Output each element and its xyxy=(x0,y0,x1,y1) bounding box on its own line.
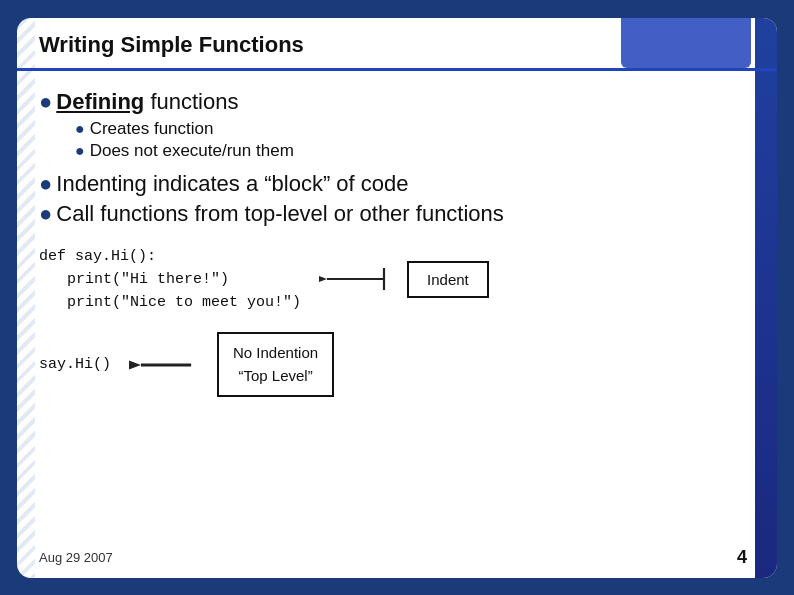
sub-dot-2: ● xyxy=(75,142,85,160)
sub-bullet-does-text: Does not execute/run them xyxy=(90,141,294,161)
slide-header: Writing Simple Functions xyxy=(17,18,777,71)
bullet-dot-2: ● xyxy=(39,171,52,197)
code-block-row: def say.Hi(): print("Hi there!") print("… xyxy=(39,245,747,315)
slide: Writing Simple Functions ● Defining func… xyxy=(17,18,777,578)
bullet-defining-text: Defining functions xyxy=(56,89,238,115)
arrow-indent xyxy=(319,260,389,298)
arrow-noindent xyxy=(129,346,199,384)
indent-label-text: Indent xyxy=(427,271,469,288)
no-indent-box: No Indention “Top Level” xyxy=(217,332,334,397)
defining-underline: Defining xyxy=(56,89,144,114)
say-hi-row: say.Hi() No Indention “To xyxy=(39,332,747,397)
arrow-noindent-svg xyxy=(129,346,199,384)
bullet-dot-1: ● xyxy=(39,89,52,115)
no-indent-line2: “Top Level” xyxy=(233,365,318,388)
bullet-defining: ● Defining functions xyxy=(39,89,747,115)
header-accent xyxy=(621,18,751,68)
footer-date: Aug 29 2007 xyxy=(39,550,113,565)
sub-bullet-does: ● Does not execute/run them xyxy=(75,141,747,161)
slide-footer: Aug 29 2007 4 xyxy=(17,541,777,578)
code-area: def say.Hi(): print("Hi there!") print("… xyxy=(39,245,747,398)
sayhi-code-text: say.Hi() xyxy=(39,356,111,373)
bullet-call: ● Call functions from top-level or other… xyxy=(39,201,747,227)
slide-content: ● Defining functions ● Creates function … xyxy=(17,71,777,541)
code-line-3: print("Nice to meet you!") xyxy=(39,291,301,314)
sub-dot-1: ● xyxy=(75,120,85,138)
slide-title: Writing Simple Functions xyxy=(39,32,304,58)
code-block-text: def say.Hi(): print("Hi there!") print("… xyxy=(39,245,301,315)
bullet-call-text: Call functions from top-level or other f… xyxy=(56,201,504,227)
sub-bullet-creates: ● Creates function xyxy=(75,119,747,139)
sub-bullet-creates-text: Creates function xyxy=(90,119,214,139)
indent-label-box: Indent xyxy=(407,261,489,298)
footer-page: 4 xyxy=(737,547,747,568)
code-line-2: print("Hi there!") xyxy=(39,268,301,291)
sayhi-code-label: say.Hi() xyxy=(39,356,111,373)
bullet-indenting: ● Indenting indicates a “block” of code xyxy=(39,171,747,197)
bullet-dot-3: ● xyxy=(39,201,52,227)
arrow-indent-svg xyxy=(319,260,389,298)
sub-bullets: ● Creates function ● Does not execute/ru… xyxy=(75,119,747,163)
defining-rest: functions xyxy=(144,89,238,114)
code-line-1: def say.Hi(): xyxy=(39,248,156,265)
no-indent-line1: No Indention xyxy=(233,342,318,365)
bullet-indenting-text: Indenting indicates a “block” of code xyxy=(56,171,408,197)
